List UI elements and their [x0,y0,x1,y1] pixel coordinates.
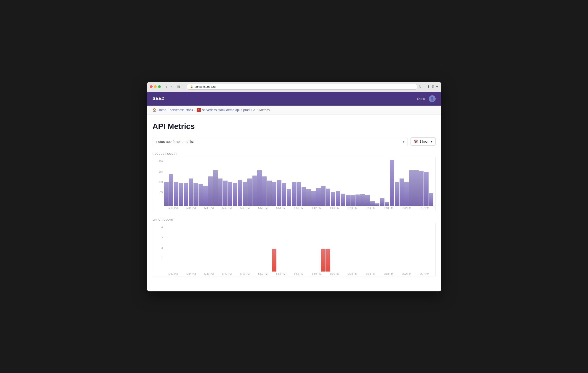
address-bar[interactable]: 🔒 console.seed.run [187,84,417,90]
request-x-label: 6:22 PM [398,207,416,209]
request-bar [350,195,355,205]
error-x-label: 5:58 PM [290,272,308,275]
refresh-button[interactable]: ↻ [419,85,421,88]
request-x-axis: 5:30 PM5:34 PM5:38 PM5:42 PM5:46 PM5:50 … [164,206,434,211]
breadcrumb-current: API Metrics [253,108,270,112]
ey-label-4: 4 [161,226,163,229]
request-x-label: 5:30 PM [164,207,182,209]
nav-right: Docs 👤 [417,95,435,102]
request-bar [272,182,276,206]
request-bar [218,179,222,205]
traffic-lights [150,85,161,88]
page-title: API Metrics [153,122,436,131]
error-bar [272,249,276,272]
breadcrumb-service[interactable]: serverless-stack-demo-api [202,108,240,112]
request-bar [375,203,379,205]
y-label-165: 165 [158,170,163,173]
y-label-55: 55 [160,191,163,194]
error-x-label: 5:50 PM [254,272,272,275]
request-bar [243,182,247,206]
error-x-label: 5:46 PM [236,272,254,275]
error-x-label: 6:14 PM [362,272,380,275]
request-x-label: 6:27 PM [416,207,434,209]
error-x-label: 6:22 PM [398,272,416,275]
request-bar [341,194,345,206]
home-icon: 🏠 [153,108,157,112]
request-bar [203,186,208,205]
docs-link[interactable]: Docs [417,97,425,101]
request-bar [179,183,183,205]
request-count-section: REQUEST COUNT 220 165 110 55 [153,152,436,211]
request-chart-area: 220 165 110 55 [155,160,434,206]
request-bar [326,189,330,206]
error-x-label: 6:27 PM [416,272,434,275]
chevron-down-icon-time: ▾ [430,140,432,143]
new-tab-button[interactable]: ⧉ [432,85,434,89]
ey-label-1: 1 [161,257,163,259]
ey-label-2: 2 [161,246,163,249]
function-select[interactable]: notes-app-2-api-prod-list [153,137,408,146]
nav-buttons: ‹ › [165,84,173,89]
breadcrumb-home[interactable]: Home [158,108,166,112]
error-x-label: 6:06 PM [326,272,344,275]
request-x-label: 6:10 PM [344,207,362,209]
request-bar [311,191,316,205]
request-bar [277,180,281,206]
error-x-label: 6:02 PM [308,272,326,275]
forward-button[interactable]: › [169,84,173,89]
error-x-axis: 5:30 PM5:34 PM5:38 PM5:42 PM5:46 PM5:50 … [164,272,434,277]
error-x-label: 6:18 PM [380,272,398,275]
time-range-button[interactable]: 📅 1 hour ▾ [410,137,436,146]
back-button[interactable]: ‹ [165,84,168,89]
request-bar [409,170,414,206]
lock-icon: 🔒 [190,85,193,88]
browser-actions: ⬆ ⧉ + [427,85,438,89]
request-bar [399,179,404,205]
logo: SEED [153,96,165,101]
close-button[interactable] [150,85,153,88]
calendar-icon: 📅 [414,140,418,143]
request-bar [296,182,301,206]
share-button[interactable]: ⬆ [427,85,430,89]
request-x-label: 6:14 PM [362,207,380,209]
request-y-axis: 220 165 110 55 [155,160,164,201]
request-bar [395,182,399,206]
request-x-label: 5:58 PM [290,207,308,209]
request-bar [356,194,360,205]
time-range-label: 1 hour [420,140,429,143]
add-tab-button[interactable]: + [436,85,438,89]
request-bar [223,181,227,205]
error-x-label: 5:54 PM [272,272,290,275]
request-bar [321,186,326,205]
request-count-label: REQUEST COUNT [153,152,436,155]
request-bar [267,181,271,205]
tab-view-button[interactable]: ⊞ [175,84,182,89]
breadcrumb-stage[interactable]: prod [243,108,250,112]
address-bar-container: 🔒 console.seed.run ↻ [187,84,421,90]
minimize-button[interactable] [154,85,157,88]
request-bar [257,170,262,206]
breadcrumb-sep-1: / [168,108,168,112]
error-bar [326,249,330,272]
error-count-label: ERROR COUNT [153,218,436,221]
request-bar [365,195,370,205]
top-nav: SEED Docs 👤 [147,92,441,106]
request-bar [302,187,306,206]
error-y-axis: 4 3 2 1 [155,226,164,267]
request-bar [331,192,335,205]
url-text: console.seed.run [195,85,217,88]
request-x-label: 5:42 PM [218,207,236,209]
request-bar [292,182,296,206]
request-bars-area [164,160,434,206]
request-bar [252,176,257,206]
maximize-button[interactable] [158,85,161,88]
request-x-label: 5:54 PM [272,207,290,209]
error-chart-area: 4 3 2 1 [155,226,434,272]
request-bar [414,170,419,206]
y-label-220: 220 [158,160,163,163]
request-bar [228,182,232,206]
request-x-label: 6:18 PM [380,207,398,209]
breadcrumb-sep-3: / [241,108,242,112]
y-label-110: 110 [158,181,163,183]
breadcrumb-org[interactable]: serverless-stack [170,108,193,112]
